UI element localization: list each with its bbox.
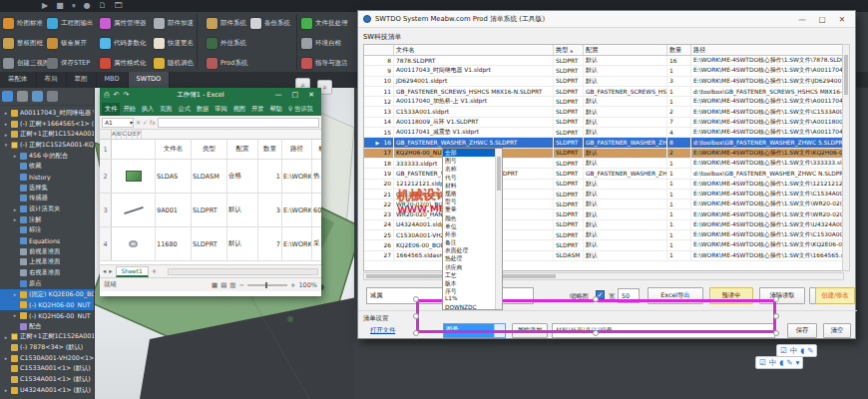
row-number[interactable]: 2 <box>100 160 112 193</box>
cell-config[interactable]: 默认 <box>584 209 667 218</box>
cell-type[interactable]: SLDPRT <box>554 149 584 158</box>
expand-arrow-icon[interactable]: ▸ <box>12 216 18 222</box>
ribbon-button[interactable]: 部件加速 <box>154 14 194 32</box>
excel-row[interactable]: 2 SLDAS SLDASM 合格 1 E:\WORKM 热 <box>100 160 321 194</box>
dropdown-item[interactable]: 序号 <box>443 287 502 295</box>
header-type[interactable]: 类型 ▲ <box>554 45 584 55</box>
cell-config[interactable]: GB_FASTENER_WASHER_ZHWC N <box>584 169 667 178</box>
dropdown-item[interactable]: 工艺 <box>443 271 502 279</box>
undo-icon[interactable]: ↶ <box>114 91 120 99</box>
feature-tree-item[interactable]: 标注 <box>0 225 94 236</box>
cell[interactable]: 材 <box>312 140 321 159</box>
excel-ribbon-tab[interactable]: 视图 <box>230 103 248 116</box>
cell-config[interactable]: 默认 <box>584 66 667 75</box>
expand-arrow-icon[interactable]: ▾ <box>3 142 9 148</box>
bom-table-row[interactable]: 26 KQ2E06-00_BODY_KQ V1.SLDPRT SLDPRT 默认… <box>364 240 843 250</box>
feature-tree-item[interactable]: ▸ 456 中的配合 <box>0 151 94 162</box>
cell-type[interactable]: SLDPRT <box>554 77 584 86</box>
cell-config[interactable]: 默认 <box>584 118 667 127</box>
feature-tree-item[interactable]: 上视基准面 <box>0 257 94 268</box>
cell-name-box[interactable]: A1▾ <box>102 118 134 128</box>
cell-config[interactable]: 默认 <box>584 240 667 249</box>
cell-quantity[interactable]: 3 <box>667 77 691 86</box>
mini-toolbar-icon[interactable]: 中 <box>790 346 798 355</box>
ribbon-button[interactable]: 钣金展开 <box>47 34 87 52</box>
bom-table-row[interactable]: 13 C1533A001.sldprt SLDPRT 默认 2 E:\WORK\… <box>364 107 843 117</box>
header-config[interactable]: 配置 <box>584 45 667 55</box>
cell[interactable]: 7 <box>258 227 282 260</box>
cell-quantity[interactable]: 2 <box>667 107 691 116</box>
cell-quantity[interactable]: 2 <box>667 149 691 158</box>
cell[interactable]: SLDAS <box>156 160 192 193</box>
feature-tree-item[interactable]: C1533A001<1> (默认) <box>0 364 94 375</box>
property-manager-icon[interactable] <box>17 91 28 102</box>
cell-path[interactable]: E:\WORK\ME-4SWTDO核心操作\1.SW文件\333333.sldp… <box>691 159 843 168</box>
cell-type[interactable]: SLDPRT <box>554 97 584 106</box>
cell[interactable]: SLDASM <box>192 160 227 193</box>
redo-icon[interactable]: ↷ <box>123 91 129 99</box>
cell-path[interactable]: E:\WORK\ME-4SWTDO核心操作\1.SW文件\7878.SLDPRT <box>691 56 843 65</box>
ribbon-button[interactable]: Prod系统 <box>207 54 247 72</box>
dropdown-item[interactable]: 全部 <box>443 149 502 157</box>
feature-tree-item[interactable]: ▸ U4324A001<1> (默认) <box>0 385 94 396</box>
ribbon-button[interactable]: 保存STEP <box>47 54 90 72</box>
cell-path[interactable]: E:\WORK\ME-4SWTDO核心操作\1.SW文件\A00117040_加… <box>691 97 843 106</box>
selection-handle[interactable] <box>593 296 599 302</box>
cell-path[interactable]: E:\WORK\ME-4SWTDO核心操作\1.SW文件\A00117043_时… <box>691 66 843 75</box>
cell[interactable]: 默认 <box>227 227 258 260</box>
cell-path[interactable]: d:\toolbox\GB_FASTENER_WASHER_ZHWC N.SLD… <box>691 169 843 178</box>
dropdown-item[interactable]: 名称 <box>443 165 502 173</box>
cell[interactable]: 1 <box>258 160 282 193</box>
ribbon-button[interactable]: 整板图框 <box>3 34 43 52</box>
expand-arrow-icon[interactable]: ▸ <box>12 291 18 297</box>
feature-tree-item[interactable]: ▸ A00117043_时间继电器 V1<1> <box>0 108 94 119</box>
dropdown-item[interactable]: L1% <box>443 295 502 303</box>
cell-type[interactable]: SLDPRT <box>554 87 584 96</box>
cell-quantity[interactable]: 1 <box>667 97 691 106</box>
cell-type[interactable]: SLDPRT <box>554 56 584 65</box>
sheet-nav-left-icon[interactable]: ◂ <box>103 267 106 275</box>
enter-icon[interactable]: ✓ <box>143 119 148 126</box>
cell-path[interactable]: E:\WORK\ME-4SWTDO核心操作\1.SW文件\A00117041_减… <box>691 128 843 137</box>
cell-quantity[interactable]: 1 <box>667 209 691 218</box>
dropdown-item[interactable]: 重量 <box>443 205 502 213</box>
dropdown-item[interactable]: 外形 <box>443 230 502 238</box>
cell-quantity[interactable]: 1 <box>667 190 691 199</box>
mini-toolbar-icon[interactable]: ◖ <box>779 358 783 367</box>
page-layout-icon[interactable]: ▤ <box>220 281 226 289</box>
bom-table-row[interactable]: 27 1664565.sldasm SLDASM 默认 1 E:\WORK\ME… <box>364 251 843 261</box>
cell-filename[interactable]: 7878.SLDPRT <box>394 56 554 65</box>
expand-arrow-icon[interactable]: ▸ <box>3 355 9 361</box>
cell-path[interactable]: E:\WORK\ME-4SWTDO核心操作\1.SW文件\C1530A001-V… <box>691 230 843 239</box>
cell[interactable]: 热 <box>312 160 321 193</box>
cell-config[interactable]: 默认 <box>584 220 667 229</box>
cell-config[interactable]: 默认 <box>584 190 667 199</box>
selection-handle[interactable] <box>413 313 419 319</box>
cell-config[interactable]: 默认 <box>584 97 667 106</box>
excel-ribbon-tab[interactable]: 数据 <box>194 103 212 116</box>
excel-row[interactable]: 3 9A001 SLDPRT 默认 3 E:\WORKM 60 <box>100 194 321 227</box>
mini-toolbar-icon[interactable]: ◖ <box>800 346 804 355</box>
feature-tree-item[interactable]: history <box>0 172 94 183</box>
cell[interactable]: 合格 <box>227 160 258 193</box>
feature-tree-item[interactable]: ▸ 设计活页夹 <box>0 203 94 214</box>
feature-tree-item[interactable]: ▾ (-) 正树1C1525A001-KQ2E06-0 <box>0 140 94 151</box>
formula-input[interactable] <box>158 118 319 128</box>
save-button[interactable]: 保存 <box>787 323 817 338</box>
dropdown-scrollbar[interactable] <box>495 149 502 309</box>
ribbon-button[interactable]: 快速更名 <box>154 34 194 52</box>
expand-arrow-icon[interactable]: ▸ <box>12 153 18 159</box>
bom-table-row[interactable]: 8 7878.SLDPRT SLDPRT 默认 16 E:\WORK\ME-4S… <box>364 56 843 66</box>
cell-type[interactable]: SLDPRT <box>554 66 584 75</box>
bom-table-row[interactable]: 12 A00117040_加热桥-上 V1.sldprt SLDPRT 默认 1… <box>364 97 843 107</box>
feature-tree-item[interactable]: ▸ C1530A001-VH200<1> (默认) <box>0 353 94 364</box>
cell-quantity[interactable]: 1 <box>667 169 691 178</box>
cell-path[interactable]: E:\WORK\ME-4SWTDO核心操作\1.SW文件\C1533A001.s… <box>691 107 843 116</box>
feature-tree-item[interactable]: 原点 <box>0 278 94 289</box>
cell-config[interactable]: 默认 <box>584 200 667 208</box>
cell-type[interactable]: SLDPRT <box>554 107 584 116</box>
dropdown-item[interactable]: DOWNZDC <box>443 304 502 310</box>
feature-tree-item[interactable]: (-) KQ2H06-00_NUT_KQ V1 <box>0 299 94 310</box>
selection-handle[interactable] <box>773 330 779 336</box>
cell-quantity[interactable]: 1 <box>667 220 691 229</box>
